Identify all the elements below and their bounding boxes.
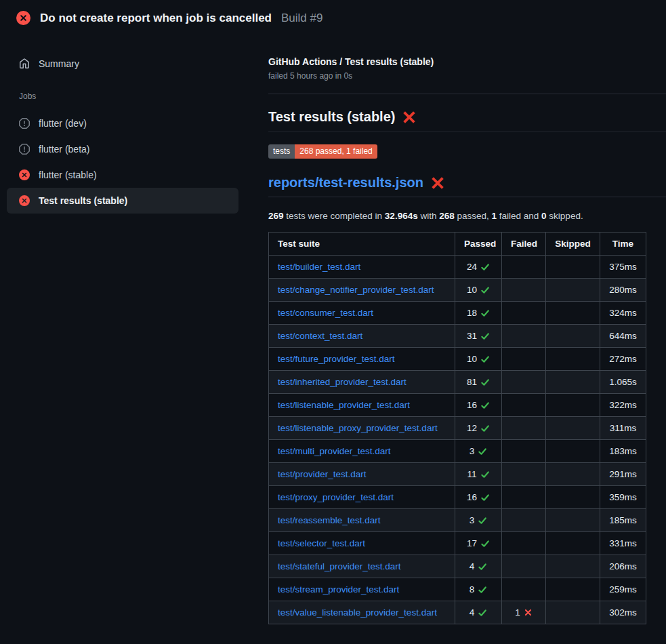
passed-cell: 3 [455,509,502,532]
passed-cell: 10 [455,348,502,371]
x-circle-fill-icon [16,11,30,25]
skipped-cell [546,555,600,578]
report-file-link[interactable]: reports/test-results.json [268,175,423,190]
passed-cell-value: 12 [467,423,477,433]
skipped-cell [546,486,600,509]
check-icon [480,355,490,364]
passed-cell: 12 [455,417,502,440]
time-cell: 280ms [600,279,646,302]
passed-cell: 10 [455,279,502,302]
passed-cell-value: 16 [467,400,477,410]
passed-cell: 4 [455,555,502,578]
test-suite-cell: test/consumer_test.dart [269,302,455,325]
home-icon [19,58,30,69]
test-suite-link[interactable]: test/listenable_proxy_provider_test.dart [278,423,438,433]
test-suite-link[interactable]: test/listenable_provider_test.dart [278,400,410,410]
test-suite-link[interactable]: test/stream_provider_test.dart [278,584,399,595]
passed-cell: 81 [455,371,502,394]
time-cell: 324ms [600,302,646,325]
skipped-cell [546,578,600,601]
skipped-cell [546,279,600,302]
passed-cell-value: 4 [470,561,475,571]
job-label: flutter (stable) [39,169,97,180]
test-suite-link[interactable]: test/proxy_provider_test.dart [278,492,394,502]
sidebar-job-flutter-beta-[interactable]: flutter (beta) [7,136,238,162]
test-suite-link[interactable]: test/builder_test.dart [278,262,360,272]
failed-cell [502,532,546,555]
test-suite-link[interactable]: test/reassemble_test.dart [278,515,381,525]
skipped-cell [546,463,600,486]
test-suite-link[interactable]: test/stateful_provider_test.dart [278,561,401,571]
test-suite-link[interactable]: test/context_test.dart [278,331,362,341]
sidebar-job-flutter-dev-[interactable]: flutter (dev) [7,110,238,136]
time-cell: 331ms [600,532,646,555]
time-cell: 259ms [600,578,646,601]
sidebar-item-label: Summary [39,58,79,69]
time-cell: 183ms [600,440,646,463]
badge-value: 268 passed, 1 failed [295,144,377,159]
passed-cell-value: 3 [470,446,475,456]
main-content: GitHub Actions / Test results (stable) f… [257,35,666,624]
x-circle-fill-icon [19,195,30,206]
x-circle-fill-icon [19,169,30,180]
failed-cell [502,463,546,486]
sidebar-job-flutter-stable-[interactable]: flutter (stable) [7,162,238,188]
table-row: test/multi_provider_test.dart3183ms [269,440,646,463]
skipped-cell [546,348,600,371]
test-suite-link[interactable]: test/inherited_provider_test.dart [278,377,407,387]
failed-cell [502,302,546,325]
passed-cell-value: 10 [467,354,477,364]
check-icon [480,331,490,341]
badge-label: tests [268,144,295,159]
test-suite-cell: test/listenable_provider_test.dart [269,394,455,417]
time-cell: 311ms [600,417,646,440]
sidebar-item-summary[interactable]: Summary [7,52,238,75]
failed-cell-value: 1 [515,607,520,618]
job-label: Test results (stable) [39,195,127,206]
passed-cell-value: 3 [470,515,475,525]
check-icon [480,470,490,479]
total-count: 269 [268,211,284,221]
passed-cell: 17 [455,532,502,555]
passed-cell: 3 [455,440,502,463]
table-row: test/provider_test.dart11291ms [269,463,646,486]
check-summary-block: GitHub Actions / Test results (stable) f… [268,56,666,81]
test-suite-cell: test/provider_test.dart [269,463,455,486]
test-suite-cell: test/reassemble_test.dart [269,509,455,532]
test-suite-link[interactable]: test/multi_provider_test.dart [278,446,391,456]
sidebar-job-test-results-stable-[interactable]: Test results (stable) [7,188,238,214]
report-title: reports/test-results.json [268,175,666,197]
test-suite-cell: test/inherited_provider_test.dart [269,371,455,394]
test-suite-link[interactable]: test/selector_test.dart [278,538,365,548]
check-icon [480,378,490,387]
column-header-passed: Passed [455,233,502,256]
cross-mark-icon [431,176,444,190]
table-row: test/listenable_provider_test.dart16322m… [269,394,646,417]
cross-mark-icon [402,110,416,124]
test-suite-link[interactable]: test/change_notifier_provider_test.dart [278,285,434,295]
test-suite-cell: test/listenable_proxy_provider_test.dart [269,417,455,440]
time-cell: 272ms [600,348,646,371]
test-suite-link[interactable]: test/consumer_test.dart [278,308,373,318]
test-suite-link[interactable]: test/provider_test.dart [278,469,367,479]
table-row: test/inherited_provider_test.dart811.065… [269,371,646,394]
skipped-cell [546,417,600,440]
skipped-cell [546,394,600,417]
jobs-list: flutter (dev)flutter (beta)flutter (stab… [7,110,238,214]
failed-cell [502,578,546,601]
summary-text: with [418,211,440,221]
table-row: test/builder_test.dart24375ms [269,256,646,279]
passed-cell: 18 [455,302,502,325]
section-title: Test results (stable) [268,109,666,132]
job-label: flutter (dev) [39,118,87,129]
check-icon [478,562,487,571]
failed-cell [502,394,546,417]
time-cell: 359ms [600,486,646,509]
test-suite-link[interactable]: test/future_provider_test.dart [278,354,395,364]
test-suite-link[interactable]: test/value_listenable_provider_test.dart [278,607,437,618]
summary-text: tests were completed in [284,211,385,221]
check-icon [480,262,490,272]
skipped-cell [546,532,600,555]
test-suite-cell: test/proxy_provider_test.dart [269,486,455,509]
time-cell: 291ms [600,463,646,486]
